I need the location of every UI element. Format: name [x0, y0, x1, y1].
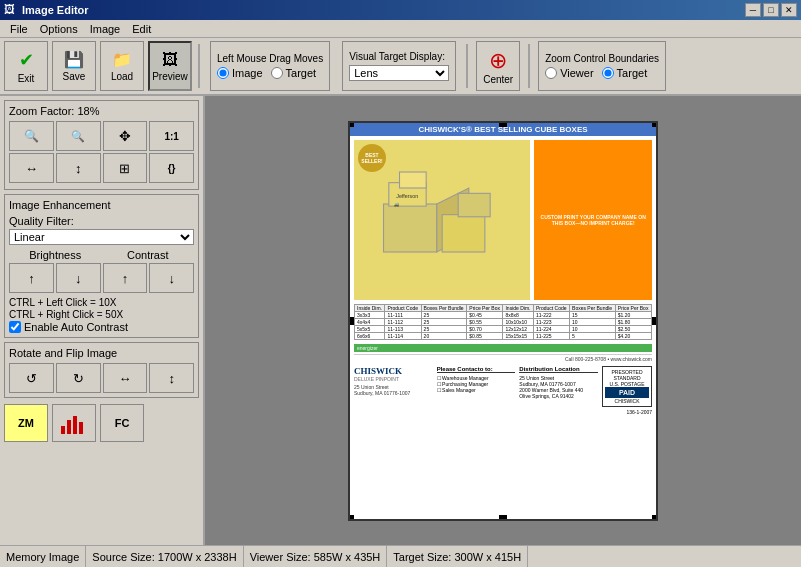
left-mouse-drag-group: Left Mouse Drag Moves Image Target [210, 41, 330, 91]
preview-label: Preview [152, 71, 188, 82]
visual-target-title: Visual Target Display: [349, 51, 449, 62]
zoom-fit-height-icon: ↕ [75, 161, 82, 176]
zoom-move-icon: ✥ [119, 128, 131, 144]
separator-3 [528, 44, 530, 88]
zoom-map-button[interactable]: ZM [4, 404, 48, 442]
contrast-down-button[interactable]: ↓ [149, 263, 194, 293]
zoom-outline-icon: {} [168, 163, 176, 174]
minimize-button[interactable]: ─ [745, 3, 761, 17]
exit-button[interactable]: ✔ Exit [4, 41, 48, 91]
memory-image-status: Memory Image [0, 546, 86, 567]
handle-bottom-mid[interactable] [499, 515, 507, 521]
zoom-target-radio[interactable] [602, 67, 614, 79]
zoom-in-button[interactable]: 🔍 [9, 121, 54, 151]
zoom-fit-height-button[interactable]: ↕ [56, 153, 101, 183]
zoom-viewer-radio[interactable] [545, 67, 557, 79]
svg-rect-4 [384, 204, 437, 252]
brightness-up-button[interactable]: ↑ [9, 263, 54, 293]
maximize-button[interactable]: □ [763, 3, 779, 17]
title-bar: 🖼 Image Editor ─ □ ✕ [0, 0, 801, 20]
zoom-fit-width-button[interactable]: ↔ [9, 153, 54, 183]
flip-vertical-button[interactable]: ↕ [149, 363, 194, 393]
please-contact-title: Please Contacto to: [437, 366, 516, 373]
rotate-cw-icon: ↻ [73, 371, 84, 386]
zoom-viewer-label: Viewer [560, 67, 593, 79]
zoom-move-button[interactable]: ✥ [103, 121, 148, 151]
handle-top-right[interactable] [652, 121, 658, 127]
separator-1 [198, 44, 200, 88]
paid-stamp: PAID [605, 387, 649, 398]
zoom-fit-button[interactable]: ⊞ [103, 153, 148, 183]
center-button[interactable]: ⊕ Center [476, 41, 520, 91]
preview-button[interactable]: 🖼 Preview [148, 41, 192, 91]
contrast-up-button[interactable]: ↑ [103, 263, 148, 293]
zoom-map-label: ZM [18, 417, 34, 429]
doc-image-area: BEST SELLER! Jefferson [354, 140, 652, 300]
zoom-out-button[interactable]: 🔍 [56, 121, 101, 151]
menu-file[interactable]: File [4, 22, 34, 36]
rotate-flip-group: Rotate and Flip Image ↺ ↻ ↔ ↕ [4, 342, 199, 398]
load-button[interactable]: 📁 Load [100, 41, 144, 91]
drag-target-radio[interactable] [271, 67, 283, 79]
auto-contrast-checkbox[interactable] [9, 321, 21, 333]
handle-bottom-right[interactable] [652, 515, 658, 521]
rotate-ccw-button[interactable]: ↺ [9, 363, 54, 393]
brightness-down-button[interactable]: ↓ [56, 263, 101, 293]
handle-top-mid[interactable] [499, 121, 507, 127]
visual-target-select[interactable]: Lens Box None [349, 65, 449, 81]
quality-filter-select[interactable]: None Linear Cubic Lanczos [9, 229, 194, 245]
footer-chiswick: CHISWICK DELUXE PINPOINT 25 Union Street… [354, 366, 433, 407]
footer-distribution: Distribution Location 25 Union StreetSud… [519, 366, 598, 407]
svg-rect-9 [400, 172, 427, 188]
brightness-contrast-labels: Brightness Contrast [9, 249, 194, 261]
distribution-title: Distribution Location [519, 366, 598, 373]
menu-options[interactable]: Options [34, 22, 84, 36]
handle-bottom-left[interactable] [348, 515, 354, 521]
brightness-up-icon: ↑ [28, 271, 35, 286]
brightness-down-icon: ↓ [75, 271, 82, 286]
svg-rect-0 [61, 426, 65, 434]
zoom-target-option[interactable]: Target [602, 67, 648, 79]
fc-button[interactable]: FC [100, 404, 144, 442]
footer-please-contact: Please Contacto to: ☐ Warehouse Manager☐… [437, 366, 516, 407]
save-button[interactable]: 💾 Save [52, 41, 96, 91]
zoom-1-1-button[interactable]: 1:1 [149, 121, 194, 151]
handle-mid-right[interactable] [652, 317, 658, 325]
load-label: Load [111, 71, 133, 82]
exit-icon: ✔ [19, 49, 34, 71]
zoom-outline-button[interactable]: {} [149, 153, 194, 183]
histogram-icon [59, 410, 89, 436]
viewer-size-label: Viewer Size: 585W x 435H [250, 551, 381, 563]
histogram-button[interactable] [52, 404, 96, 442]
flip-horizontal-icon: ↔ [118, 371, 131, 386]
svg-text:Jefferson: Jefferson [396, 192, 418, 198]
handle-top-left[interactable] [348, 121, 354, 127]
drag-target-option[interactable]: Target [271, 67, 317, 79]
canvas-area[interactable]: CHISWICK'S® BEST SELLING CUBE BOXES BEST… [205, 96, 801, 545]
zoom-in-icon: 🔍 [24, 129, 39, 143]
separator-2 [466, 44, 468, 88]
menu-image[interactable]: Image [84, 22, 127, 36]
zoom-target-label: Target [617, 67, 648, 79]
auto-contrast-option[interactable]: Enable Auto Contrast [9, 321, 194, 333]
flip-horizontal-button[interactable]: ↔ [103, 363, 148, 393]
menu-edit[interactable]: Edit [126, 22, 157, 36]
contrast-label: Contrast [102, 249, 195, 261]
close-button[interactable]: ✕ [781, 3, 797, 17]
rotate-cw-button[interactable]: ↻ [56, 363, 101, 393]
source-size-status: Source Size: 1700W x 2338H [86, 546, 243, 567]
svg-rect-1 [67, 420, 71, 434]
target-size-label: Target Size: 300W x 415H [393, 551, 521, 563]
zoom-fit-icon: ⊞ [119, 161, 130, 176]
left-mouse-drag-options: Image Target [217, 67, 323, 79]
toolbar: ✔ Exit 💾 Save 📁 Load 🖼 Preview Left Mous… [0, 38, 801, 96]
handle-mid-left[interactable] [348, 317, 354, 325]
energizer-bar: energizer [354, 344, 652, 352]
contrast-up-icon: ↑ [122, 271, 129, 286]
drag-image-option[interactable]: Image [217, 67, 263, 79]
drag-image-radio[interactable] [217, 67, 229, 79]
zoom-viewer-option[interactable]: Viewer [545, 67, 593, 79]
center-icon: ⊕ [489, 48, 507, 74]
rotate-flip-buttons: ↺ ↻ ↔ ↕ [9, 363, 194, 393]
zoom-factor-group: Zoom Factor: 18% 🔍 🔍 ✥ 1:1 ↔ [4, 100, 199, 190]
